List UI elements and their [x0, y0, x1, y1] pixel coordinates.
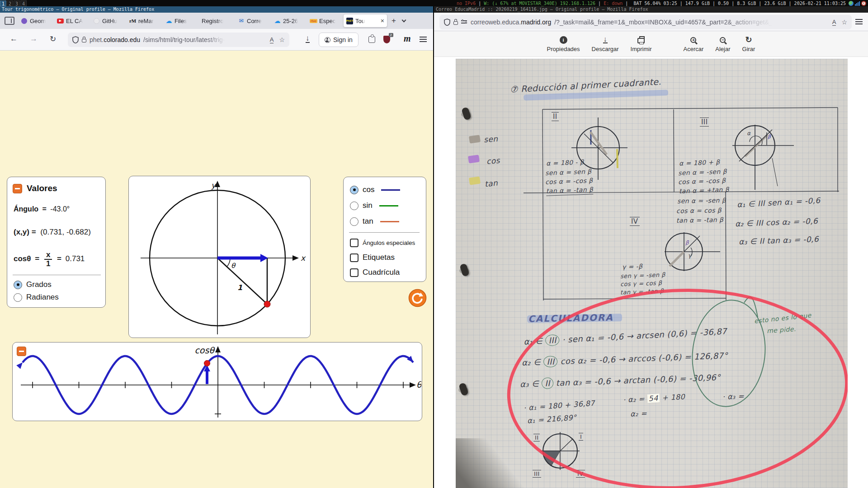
workspace-4[interactable]: 4 — [20, 0, 27, 6]
address-bar[interactable]: correoweb.educa.madrid.org /?_task=mail&… — [439, 15, 852, 29]
q3-line: α = 180 + β — [679, 158, 720, 167]
reset-all-button[interactable] — [408, 289, 427, 307]
signal-bars-icon[interactable] — [855, 1, 860, 6]
forward-button[interactable]: → — [30, 34, 38, 43]
grados-radio-row[interactable]: Grados — [14, 280, 52, 289]
address-bar[interactable]: phet.colorado.edu /sims/html/trig-tour/l… — [68, 33, 289, 47]
tab-remarkable[interactable]: rM reMar — [127, 14, 163, 27]
extension-badge: 2 — [389, 33, 393, 37]
new-tab-button[interactable]: + — [392, 16, 396, 25]
tab-rtve[interactable]: rtve Espec — [307, 14, 344, 27]
url-path: /sims/html/trig-tour/latest/trig- — [143, 36, 225, 43]
tab-trig-tour-active[interactable]: PhET Tou × — [344, 14, 387, 27]
reload-button[interactable]: ↻ — [50, 34, 56, 44]
tan-radio-row[interactable]: tan — [350, 217, 399, 226]
etiquetas-checkbox[interactable] — [350, 253, 359, 262]
sign-in-label: Sign in — [333, 36, 353, 43]
legend-cos: cos — [486, 156, 500, 166]
gamma-mark: γ — [688, 252, 692, 259]
tab-geogebra[interactable]: Geom — [18, 14, 54, 27]
tracking-shield-icon[interactable] — [72, 36, 79, 43]
radianes-radio[interactable] — [14, 293, 22, 302]
collapse-graph-button[interactable] — [17, 347, 26, 356]
workspace-3[interactable]: 3 — [14, 0, 20, 6]
app-menu-icon[interactable] — [855, 19, 863, 20]
girar-button[interactable]: ↻ Girar — [742, 35, 755, 52]
grados-radio[interactable] — [14, 281, 22, 289]
imprimir-button[interactable]: Imprimir — [631, 35, 652, 52]
firefox-window-mail: correoweb.educa.madrid.org /?_task=mail&… — [434, 13, 868, 488]
right-window-titlebar[interactable]: Correo EducaMadrid :: 20260219_164116.jp… — [434, 6, 868, 13]
angulos-especiales-checkbox[interactable] — [350, 239, 359, 247]
cuadricula-checkbox-row[interactable]: Cuadrícula — [350, 268, 400, 277]
girar-label: Girar — [742, 46, 755, 52]
tab-25-26[interactable]: ☁ 25-26 — [271, 14, 307, 27]
tab-close-icon[interactable]: × — [381, 17, 384, 24]
collapse-valores-button[interactable] — [13, 184, 22, 193]
geogebra-favicon — [21, 18, 28, 24]
bookmark-star-icon[interactable]: ☆ — [841, 19, 847, 26]
tab-youtube[interactable]: ▶ EL CA — [54, 14, 90, 27]
gamma-line: cos γ = cos β — [620, 279, 662, 287]
cuadricula-checkbox[interactable] — [350, 268, 359, 277]
propiedades-button[interactable]: i Propiedades — [547, 35, 580, 52]
valores-title: Valores — [27, 183, 57, 193]
mini-quadrant-ii: II — [533, 434, 540, 441]
lock-icon[interactable] — [82, 39, 86, 42]
sin-radio[interactable] — [350, 202, 359, 210]
downloads-icon[interactable]: ↓ — [306, 34, 310, 43]
tab-correo[interactable]: ✉ Corre — [235, 14, 271, 27]
binder-ring-icon — [459, 263, 470, 277]
left-window-titlebar[interactable]: Tour trigonométrico — Original profile —… — [0, 6, 433, 13]
cos-radio-row[interactable]: cos — [350, 185, 400, 194]
angulos-especiales-checkbox-row[interactable]: Ángulos especiales — [350, 239, 415, 247]
status-ethernet: E: down — [604, 1, 623, 6]
workspace-1[interactable]: 1 — [0, 0, 6, 6]
descargar-button[interactable]: ↓ Descargar — [592, 35, 619, 52]
radianes-radio-row[interactable]: Radianes — [14, 293, 59, 302]
tracking-shield-icon[interactable] — [444, 19, 450, 26]
sin-radio-row[interactable]: sin — [350, 201, 398, 210]
calculadora-title: CALCULADORA — [528, 312, 613, 324]
sign-in-button[interactable]: Sign in — [319, 33, 359, 47]
translate-icon[interactable]: A — [270, 36, 274, 43]
graph-drag-handle[interactable] — [204, 361, 210, 366]
attachment-image-notes[interactable]: ⑦ Reducción al primer cuadrante. sen cos… — [456, 59, 848, 488]
alejar-button[interactable]: − Alejar — [715, 35, 730, 52]
translate-icon[interactable]: A — [832, 19, 836, 26]
gamma-line: sen γ = -sen β — [620, 271, 665, 279]
m-extension-icon[interactable]: m — [404, 33, 411, 44]
etiquetas-label: Etiquetas — [363, 253, 395, 262]
list-all-tabs-icon[interactable] — [401, 18, 406, 22]
network-globe-icon[interactable] — [849, 1, 854, 6]
tab-label: reMar — [138, 18, 154, 24]
app-menu-icon[interactable] — [420, 37, 427, 38]
tab-registro[interactable]: Registro — [199, 14, 235, 27]
acercar-button[interactable]: + Acercar — [683, 35, 703, 52]
result-alpha3: · α₃ = — [722, 392, 745, 401]
status-wifi: W: (↓ 67% at MOVISTAR_340E) — [484, 1, 557, 6]
clock-tray-icon[interactable] — [861, 1, 866, 6]
back-button[interactable]: ← — [10, 34, 18, 43]
ublock-shield-icon[interactable]: 2 — [383, 36, 390, 43]
envelope-favicon: ✉ — [238, 18, 245, 24]
extensions-icon[interactable] — [368, 36, 375, 43]
etiquetas-checkbox-row[interactable]: Etiquetas — [350, 253, 395, 262]
q3-line: sen α = -sen β — [678, 168, 727, 177]
tab-github[interactable]: GitHu — [90, 14, 127, 27]
bookmark-star-icon[interactable]: ☆ — [279, 36, 285, 43]
lock-icon[interactable] — [453, 21, 458, 25]
q3-line: tan α = +tan β — [679, 186, 729, 195]
result-alpha2: · α₂ = 54 + 180 — [623, 392, 685, 404]
green-annotation: me pide. — [767, 325, 797, 334]
valores-panel: Valores Ángulo = -43.0° (x,y) = (0.731, … — [7, 177, 106, 308]
tab-label: Tou — [355, 18, 365, 24]
workspace-2[interactable]: 2 — [7, 0, 13, 6]
cos-radio[interactable] — [350, 186, 359, 194]
tan-radio[interactable] — [350, 217, 359, 226]
firefox-view-icon[interactable] — [5, 17, 14, 25]
hypotenuse-line — [217, 258, 267, 304]
tab-files[interactable]: ☁ Files — [163, 14, 199, 27]
angle-drag-handle[interactable] — [264, 301, 270, 307]
site-permissions-icon[interactable] — [461, 20, 467, 24]
